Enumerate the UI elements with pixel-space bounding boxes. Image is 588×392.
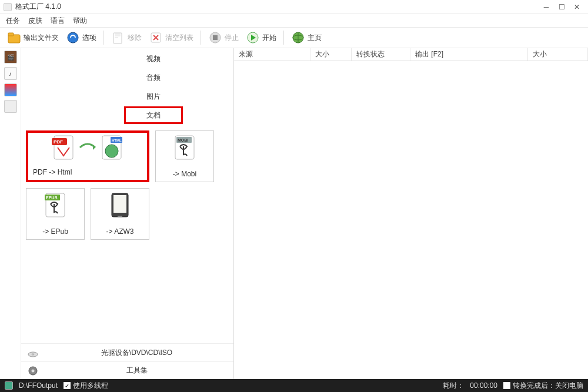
menu-skin[interactable]: 皮肤 (28, 16, 42, 26)
maximize-button[interactable]: ☐ (554, 1, 569, 13)
stop-label: 停止 (225, 33, 239, 43)
menu-help[interactable]: 帮助 (73, 16, 87, 26)
remove-label: 移除 (128, 33, 142, 43)
elapsed-label: 耗时： (443, 381, 464, 391)
audio-strip-icon[interactable]: ♪ (4, 67, 17, 80)
svg-rect-3 (113, 33, 122, 43)
azw3-icon (107, 192, 133, 218)
col-size[interactable]: 大小 (310, 48, 352, 61)
stop-icon (208, 31, 222, 45)
main-area: 🎬 ♪ 视频 音频 图片 文档 PDF HTML PDF -> Html (0, 48, 588, 379)
mobi-icon: MOBI (172, 135, 198, 160)
separator (103, 31, 104, 45)
optical-row[interactable]: 光驱设备\DVD\CD\ISO (21, 344, 233, 361)
col-size2[interactable]: 大小 (528, 48, 588, 61)
svg-rect-24 (113, 195, 126, 213)
icon-strip: 🎬 ♪ (0, 48, 21, 379)
category-document[interactable]: 文档 (124, 106, 183, 124)
minimize-button[interactable]: ─ (539, 1, 554, 13)
homepage-button[interactable]: 主页 (289, 29, 324, 46)
tile-label: -> AZW3 (91, 227, 149, 236)
left-bottom: 光驱设备\DVD\CD\ISO 工具集 (21, 343, 233, 379)
category-audio[interactable]: 音频 (124, 69, 183, 86)
category-image[interactable]: 图片 (124, 88, 183, 105)
svg-point-29 (32, 369, 35, 372)
document-strip-icon[interactable] (4, 100, 17, 113)
svg-text:MOBI: MOBI (178, 138, 188, 142)
pdf-to-html-icon: PDF HTML (44, 135, 132, 160)
menu-language[interactable]: 语言 (51, 16, 65, 26)
multithread-label: 使用多线程 (73, 381, 108, 391)
toolbar: 输出文件夹 选项 移除 清空列表 停止 开始 主页 (0, 27, 588, 48)
epub-icon: EPUB (42, 192, 68, 218)
tile-label: PDF -> Html (28, 168, 147, 176)
tile-azw3[interactable]: -> AZW3 (91, 188, 149, 240)
stop-button[interactable]: 停止 (206, 29, 241, 46)
status-bar: D:\FFOutput ✓ 使用多线程 耗时： 00:00:00 转换完成后：关… (0, 379, 588, 392)
tile-pdf-to-html[interactable]: PDF HTML PDF -> Html (26, 130, 149, 182)
list-body[interactable] (234, 61, 588, 379)
gear-icon (27, 365, 39, 377)
menu-task[interactable]: 任务 (6, 16, 20, 26)
image-strip-icon[interactable] (4, 83, 17, 96)
clearlist-label: 清空列表 (165, 33, 193, 43)
svg-rect-6 (213, 35, 218, 40)
folder-status-icon[interactable] (5, 381, 13, 390)
disc-icon (27, 347, 39, 359)
category-column: 视频 音频 图片 文档 (86, 48, 221, 125)
col-source[interactable]: 来源 (234, 48, 310, 61)
clear-icon (149, 31, 163, 45)
elapsed-value: 00:00:00 (470, 381, 497, 390)
svg-point-27 (32, 354, 34, 355)
col-output[interactable]: 输出 [F2] (410, 48, 528, 61)
list-header: 来源 大小 转换状态 输出 [F2] 大小 (234, 48, 588, 61)
svg-text:HTML: HTML (112, 139, 122, 142)
output-path[interactable]: D:\FFOutput (19, 381, 58, 390)
checkbox-icon (503, 382, 510, 389)
svg-text:PDF: PDF (54, 139, 63, 145)
video-strip-icon[interactable]: 🎬 (4, 51, 17, 63)
checkbox-icon: ✓ (64, 382, 71, 389)
globe-icon (291, 31, 305, 45)
svg-point-16 (105, 145, 118, 158)
multithread-toggle[interactable]: ✓ 使用多线程 (64, 381, 108, 391)
clearlist-button[interactable]: 清空列表 (146, 29, 196, 46)
folder-icon (7, 31, 21, 45)
col-status[interactable]: 转换状态 (352, 48, 410, 61)
output-folder-button[interactable]: 输出文件夹 (5, 29, 61, 46)
svg-text:EPUB: EPUB (46, 196, 57, 200)
remove-button[interactable]: 移除 (109, 29, 144, 46)
window-title: 格式工厂 4.1.0 (15, 2, 61, 12)
left-panel: 视频 音频 图片 文档 PDF HTML PDF -> Html MOBI (21, 48, 234, 379)
optical-label: 光驱设备\DVD\CD\ISO (46, 348, 228, 358)
separator (283, 31, 284, 45)
app-icon (4, 3, 12, 11)
tiles-area: PDF HTML PDF -> Html MOBI -> Mobi EPUB -… (21, 125, 233, 246)
after-convert-toggle[interactable]: 转换完成后：关闭电脑 (503, 381, 583, 391)
options-label: 选项 (82, 33, 96, 43)
tile-label: -> Mobi (156, 170, 213, 178)
tile-epub[interactable]: EPUB -> EPub (26, 188, 85, 240)
toolset-row[interactable]: 工具集 (21, 361, 233, 379)
svg-rect-1 (8, 33, 14, 36)
svg-rect-25 (118, 216, 122, 217)
right-panel: 来源 大小 转换状态 输出 [F2] 大小 (234, 48, 588, 379)
remove-icon (111, 31, 125, 45)
start-label: 开始 (262, 33, 276, 43)
svg-point-2 (68, 32, 78, 43)
homepage-label: 主页 (308, 33, 322, 43)
options-icon (66, 31, 80, 45)
close-button[interactable]: ✕ (569, 1, 584, 13)
options-button[interactable]: 选项 (64, 29, 99, 46)
after-convert-label: 转换完成后：关闭电脑 (513, 381, 583, 391)
start-icon (246, 31, 260, 45)
category-video[interactable]: 视频 (124, 50, 183, 68)
tile-mobi[interactable]: MOBI -> Mobi (155, 130, 214, 182)
title-bar: 格式工厂 4.1.0 ─ ☐ ✕ (0, 0, 588, 14)
menu-bar: 任务 皮肤 语言 帮助 (0, 14, 588, 27)
separator (201, 31, 201, 45)
tile-label: -> EPub (26, 227, 84, 236)
toolset-label: 工具集 (46, 366, 228, 376)
start-button[interactable]: 开始 (243, 29, 279, 46)
output-folder-label: 输出文件夹 (24, 33, 59, 43)
